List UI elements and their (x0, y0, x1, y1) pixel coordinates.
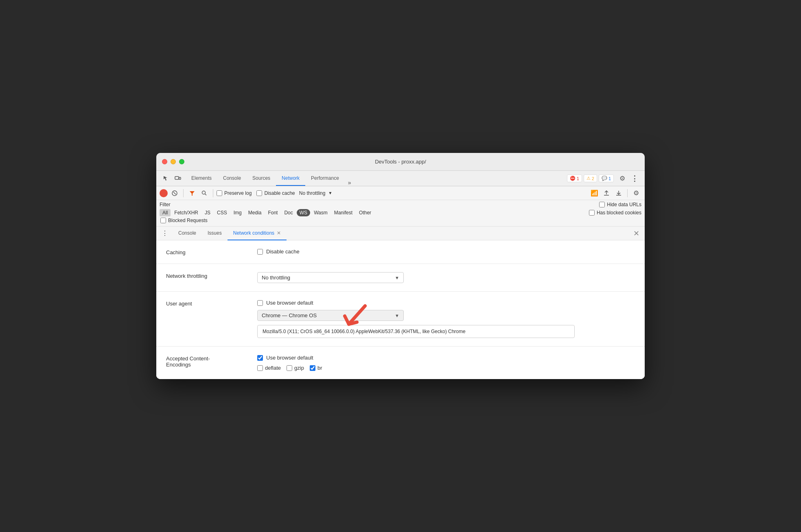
devtools-window: DevTools - proxx.app/ Elements Console (156, 153, 645, 379)
toolbar-divider-1 (183, 189, 184, 197)
throttling-nc-label: Network throttling (166, 272, 247, 279)
filter-other[interactable]: Other (356, 209, 374, 216)
minimize-button[interactable] (171, 159, 176, 164)
filter-media[interactable]: Media (245, 209, 265, 216)
throttling-nc-control: No throttling ▼ (257, 272, 635, 283)
drawer-tab-console[interactable]: Console (173, 227, 202, 240)
filter-js[interactable]: JS (202, 209, 213, 216)
network-conditions-panel: Caching Disable cache Network throttling… (156, 240, 645, 379)
preserve-log-checkbox[interactable] (217, 190, 222, 196)
encodings-control: Use browser default deflate gzip (257, 355, 635, 371)
tab-console[interactable]: Console (217, 171, 247, 186)
download-icon[interactable] (613, 188, 624, 198)
caching-label: Caching (166, 249, 247, 255)
clear-button[interactable] (169, 188, 180, 198)
ua-select-arrow: ▼ (395, 313, 399, 318)
user-agent-row: User agent Use browser default Chrome — … (156, 292, 645, 347)
more-tabs-button[interactable]: » (345, 179, 355, 186)
filter-label: Filter (160, 202, 171, 207)
tab-network[interactable]: Network (276, 171, 305, 186)
toolbar-right: 📶 ⚙ (589, 188, 641, 198)
filter-css[interactable]: CSS (214, 209, 230, 216)
filter-icon[interactable] (187, 188, 197, 198)
filter-all[interactable]: All (160, 209, 171, 216)
blocked-requests-row[interactable]: Blocked Requests (160, 216, 641, 225)
throttling-select[interactable]: No throttling ▼ (257, 272, 404, 283)
filter-wasm[interactable]: Wasm (311, 209, 330, 216)
has-blocked-cookies-checkbox[interactable] (589, 210, 595, 216)
disable-cache-nc-checkbox[interactable] (257, 249, 263, 255)
gzip-checkbox[interactable] (287, 365, 292, 371)
drawer-tab-issues[interactable]: Issues (202, 227, 228, 240)
tab-sources[interactable]: Sources (247, 171, 276, 186)
settings-icon[interactable]: ⚙ (617, 173, 628, 184)
disable-cache-checkbox[interactable] (256, 190, 262, 196)
br-label[interactable]: br (310, 365, 322, 371)
close-button[interactable] (162, 159, 167, 164)
filter-manifest[interactable]: Manifest (331, 209, 355, 216)
devtools-right-controls: ⛔ 1 ⚠ 2 💬 1 ⚙ ⋮ (564, 173, 643, 184)
message-icon: 💬 (602, 176, 607, 181)
encodings-browser-default-label[interactable]: Use browser default (257, 355, 635, 361)
filter-top-row: Filter Hide data URLs (160, 202, 641, 207)
devtools-tabs: Elements Console Sources Network Perform… (186, 171, 564, 186)
throttling-select-arrow: ▼ (395, 275, 399, 280)
svg-line-6 (205, 194, 207, 195)
title-bar: DevTools - proxx.app/ (156, 153, 645, 171)
drawer-tab-network-conditions[interactable]: Network conditions ✕ (228, 227, 287, 240)
blocked-requests-checkbox[interactable] (160, 218, 166, 223)
use-browser-default-label[interactable]: Use browser default (257, 300, 635, 306)
deflate-label[interactable]: deflate (257, 365, 281, 371)
filter-font[interactable]: Font (265, 209, 280, 216)
maximize-button[interactable] (179, 159, 184, 164)
device-toolbar-icon[interactable] (173, 173, 183, 184)
error-icon: ⛔ (570, 176, 576, 181)
gzip-label[interactable]: gzip (287, 365, 304, 371)
hide-data-urls-checkbox[interactable] (599, 202, 605, 207)
inspect-icon[interactable] (160, 173, 171, 184)
preserve-log-label[interactable]: Preserve log (217, 190, 252, 196)
throttling-dropdown[interactable]: No throttling ▼ (299, 190, 333, 196)
more-options-icon[interactable]: ⋮ (629, 173, 640, 184)
user-agent-select[interactable]: Chrome — Chrome OS ▼ (257, 310, 404, 321)
close-tab-icon[interactable]: ✕ (277, 230, 281, 236)
has-blocked-cookies-label[interactable]: Has blocked cookies (589, 210, 641, 216)
warning-icon: ⚠ (587, 176, 591, 181)
wifi-icon[interactable]: 📶 (589, 188, 600, 198)
record-button[interactable] (160, 189, 168, 197)
tab-performance[interactable]: Performance (305, 171, 345, 186)
svg-line-3 (173, 192, 176, 194)
warnings-badge[interactable]: ⚠ 2 (584, 174, 597, 182)
messages-badge[interactable]: 💬 1 (599, 174, 614, 182)
use-browser-default-checkbox[interactable] (257, 300, 263, 306)
devtools-tab-bar: Elements Console Sources Network Perform… (156, 171, 645, 186)
user-agent-control: Use browser default Chrome — Chrome OS ▼ (257, 300, 635, 338)
encoding-options-line: deflate gzip br (257, 365, 635, 371)
hide-data-urls-label[interactable]: Hide data URLs (599, 202, 641, 207)
devtools-icon-group (158, 173, 186, 184)
filter-doc[interactable]: Doc (281, 209, 295, 216)
disable-cache-nc-label[interactable]: Disable cache (257, 249, 635, 255)
upload-icon[interactable] (601, 188, 612, 198)
filter-ws[interactable]: WS (297, 209, 310, 216)
ua-string-display: Mozilla/5.0 (X11; CrOS x86_64 10066.0.0)… (257, 325, 575, 338)
network-settings-icon[interactable]: ⚙ (631, 188, 641, 198)
drawer-close-button[interactable]: ✕ (631, 228, 641, 239)
network-toolbar: Preserve log Disable cache No throttling… (156, 186, 645, 200)
filter-fetch-xhr[interactable]: Fetch/XHR (171, 209, 201, 216)
br-checkbox[interactable] (310, 365, 315, 371)
encodings-browser-default-checkbox[interactable] (257, 355, 263, 361)
deflate-checkbox[interactable] (257, 365, 263, 371)
search-icon[interactable] (199, 188, 210, 198)
throttling-row: Network throttling No throttling ▼ (156, 264, 645, 292)
toolbar-divider-right (627, 189, 628, 197)
errors-badge[interactable]: ⛔ 1 (567, 174, 582, 182)
drawer-menu-icon[interactable]: ⋮ (160, 228, 170, 239)
disable-cache-label[interactable]: Disable cache (256, 190, 295, 196)
toolbar-divider-2 (213, 189, 213, 197)
filter-img[interactable]: Img (231, 209, 245, 216)
user-agent-label: User agent (166, 300, 247, 307)
bottom-panel: ⋮ Console Issues Network conditions ✕ ✕ … (156, 227, 645, 379)
encodings-row: Accepted Content-Encodings Use browser d… (156, 347, 645, 379)
tab-elements[interactable]: Elements (186, 171, 217, 186)
